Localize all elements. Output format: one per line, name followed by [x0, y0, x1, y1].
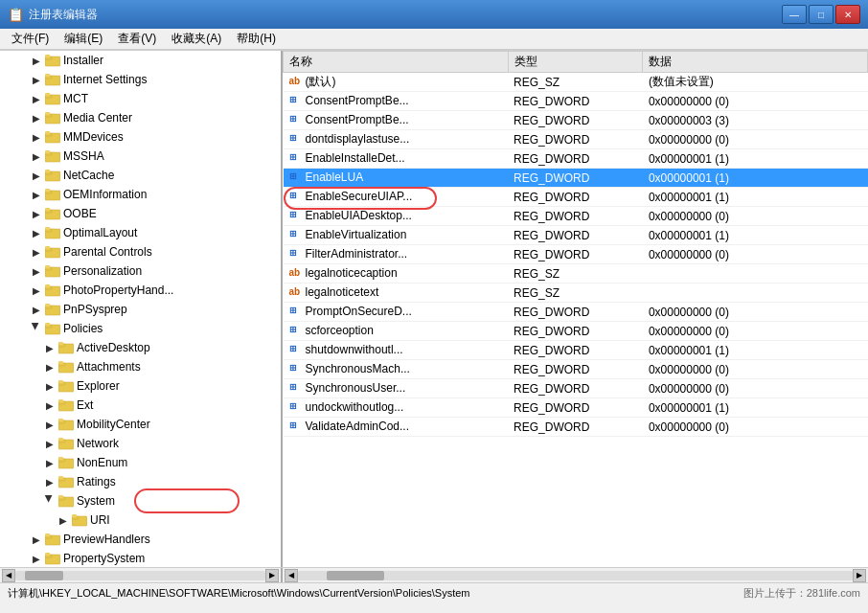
tree-item-mssha[interactable]: MSSHA [0, 147, 281, 166]
menu-view[interactable]: 查看(V) [110, 29, 164, 49]
table-row[interactable]: ⊞SynchronousUser...REG_DWORD0x00000000 (… [284, 379, 868, 398]
tree-item-oobe[interactable]: OOBE [0, 204, 281, 223]
cell-name: ⊞EnableVirtualization [284, 226, 509, 245]
tree-item-explorer[interactable]: Explorer [0, 376, 281, 396]
tree-item-oem-information[interactable]: OEMInformation [0, 185, 281, 204]
cell-data: 0x00000000 (0) [643, 245, 868, 264]
tree-item-mct[interactable]: MCT [0, 89, 281, 108]
minimize-button[interactable]: — [782, 5, 807, 24]
table-row[interactable]: ⊞FilterAdministrator...REG_DWORD0x000000… [284, 245, 868, 264]
tree-item-attachments[interactable]: Attachments [0, 357, 281, 376]
table-row[interactable]: ablegalnoticecaptionREG_SZ [284, 264, 868, 284]
table-row[interactable]: ⊞dontdisplaylastuse...REG_DWORD0x0000000… [284, 130, 868, 149]
hscroll-left: ◀ ▶ [0, 568, 283, 582]
cell-data: 0x00000001 (1) [643, 169, 868, 188]
folder-icon-preview-handlers [45, 533, 60, 546]
table-row[interactable]: ⊞PromptOnSecureD...REG_DWORD0x00000000 (… [284, 303, 868, 322]
tree-item-property-system[interactable]: PropertySystem [0, 549, 281, 567]
tree-label-personalization: Personalization [63, 264, 142, 278]
arrow-ratings [44, 476, 56, 488]
tree-item-system[interactable]: System [0, 491, 281, 511]
col-name[interactable]: 名称 [284, 52, 509, 73]
arrow-oem-information [31, 189, 42, 200]
tree-item-parental-controls[interactable]: Parental Controls [0, 242, 281, 261]
folder-icon-mssha [45, 149, 60, 163]
table-row[interactable]: ablegalnoticetextREG_SZ [284, 284, 868, 303]
cell-type: REG_DWORD [508, 226, 643, 245]
tree-item-pnpsysprep[interactable]: PnPSysprep [0, 300, 281, 319]
col-data[interactable]: 数据 [643, 52, 868, 73]
table-row[interactable]: ab(默认)REG_SZ(数值未设置) [284, 73, 868, 92]
cell-type: REG_DWORD [508, 130, 643, 149]
menu-favorites[interactable]: 收藏夹(A) [164, 29, 229, 49]
table-row[interactable]: ⊞ValidateAdminCod...REG_DWORD0x00000000 … [284, 418, 868, 437]
cell-type: REG_DWORD [508, 341, 643, 360]
hscroll-area: ◀ ▶ ◀ ▶ [0, 567, 868, 582]
folder-icon-active-desktop [58, 341, 74, 354]
hscroll-left-btn[interactable]: ◀ [2, 569, 15, 582]
hscroll-right-left-btn[interactable]: ◀ [285, 569, 298, 582]
tree-item-nonenum[interactable]: NonEnum [0, 453, 281, 472]
table-row[interactable]: ⊞EnableInstalleDet...REG_DWORD0x00000001… [284, 149, 868, 169]
tree-item-personalization[interactable]: Personalization [0, 261, 281, 281]
hscroll-right-btn[interactable]: ▶ [265, 569, 279, 582]
tree-label-system: System [77, 494, 115, 508]
registry-table: 名称 类型 数据 ab(默认)REG_SZ(数值未设置)⊞ConsentProm… [283, 51, 868, 437]
maximize-button[interactable]: □ [809, 5, 834, 24]
tree-item-active-desktop[interactable]: ActiveDesktop [0, 338, 281, 357]
table-row[interactable]: ⊞ConsentPromptBe...REG_DWORD0x00000000 (… [284, 92, 868, 111]
cell-type: REG_SZ [508, 73, 643, 92]
tree-label-explorer: Explorer [77, 379, 120, 393]
tree-item-internet-settings[interactable]: Internet Settings [0, 70, 281, 89]
table-row[interactable]: ⊞scforceoptionREG_DWORD0x00000000 (0) [284, 322, 868, 341]
table-row[interactable]: ⊞EnableLUAREG_DWORD0x00000001 (1) [284, 169, 868, 188]
tree-item-mobility-center[interactable]: MobilityCenter [0, 415, 281, 434]
cell-type: REG_DWORD [508, 149, 643, 169]
arrow-active-desktop [44, 342, 56, 353]
tree-item-mmdevices[interactable]: MMDevices [0, 127, 281, 147]
cell-type: REG_DWORD [508, 322, 643, 341]
tree-item-netcache[interactable]: NetCache [0, 166, 281, 185]
menu-edit[interactable]: 编辑(E) [57, 29, 110, 49]
hscroll-right-right-btn[interactable]: ▶ [853, 569, 866, 582]
menu-help[interactable]: 帮助(H) [229, 29, 284, 49]
cell-data: 0x00000000 (0) [643, 303, 868, 322]
table-row[interactable]: ⊞EnableVirtualizationREG_DWORD0x00000001… [284, 226, 868, 245]
table-row[interactable]: ⊞ConsentPromptBe...REG_DWORD0x00000003 (… [284, 111, 868, 130]
menu-file[interactable]: 文件(F) [4, 29, 57, 49]
cell-data: 0x00000001 (1) [643, 226, 868, 245]
tree-item-ext[interactable]: Ext [0, 396, 281, 415]
tree-label-ratings: Ratings [77, 475, 116, 488]
svg-rect-38 [45, 284, 50, 287]
svg-rect-44 [45, 323, 50, 326]
cell-name: ab(默认) [284, 73, 509, 92]
col-type[interactable]: 类型 [508, 52, 643, 73]
tree-item-media-center[interactable]: Media Center [0, 108, 281, 127]
table-row[interactable]: ⊞EnableSecureUIAP...REG_DWORD0x00000001 … [284, 188, 868, 207]
hscroll-track-right[interactable] [298, 571, 853, 580]
tree-item-preview-handlers[interactable]: PreviewHandlers [0, 530, 281, 549]
tree-item-uri[interactable]: URI [0, 511, 281, 530]
tree-item-optimal-layout[interactable]: OptimalLayout [0, 223, 281, 242]
tree-item-network[interactable]: Network [0, 434, 281, 453]
tree-item-ratings[interactable]: Ratings [0, 472, 281, 491]
tree-item-photo-property-hand[interactable]: PhotoPropertyHand... [0, 281, 281, 300]
hscroll-track-left[interactable] [15, 571, 265, 580]
table-row[interactable]: ⊞undockwithoutlog...REG_DWORD0x00000001 … [284, 398, 868, 418]
hscroll-right: ◀ ▶ [283, 568, 868, 582]
tree-item-policies[interactable]: Policies [0, 319, 281, 338]
table-row[interactable]: ⊞shutdownwithoutl...REG_DWORD0x00000001 … [284, 341, 868, 360]
arrow-installer [31, 55, 42, 66]
table-row[interactable]: ⊞EnableUIADesktop...REG_DWORD0x00000000 … [284, 207, 868, 226]
arrow-preview-handlers [31, 534, 42, 545]
arrow-mmdevices [31, 131, 42, 143]
tree-item-installer[interactable]: Installer [0, 51, 281, 70]
tree-panel[interactable]: Installer Internet Settings MCT Media Ce… [0, 51, 283, 567]
arrow-policies [31, 321, 42, 332]
arrow-mssha [31, 150, 42, 162]
svg-rect-47 [58, 342, 63, 345]
table-row[interactable]: ⊞SynchronousMach...REG_DWORD0x00000000 (… [284, 360, 868, 379]
cell-data: 0x00000001 (1) [643, 398, 868, 418]
cell-data: 0x00000000 (0) [643, 379, 868, 398]
close-button[interactable]: ✕ [835, 5, 860, 24]
